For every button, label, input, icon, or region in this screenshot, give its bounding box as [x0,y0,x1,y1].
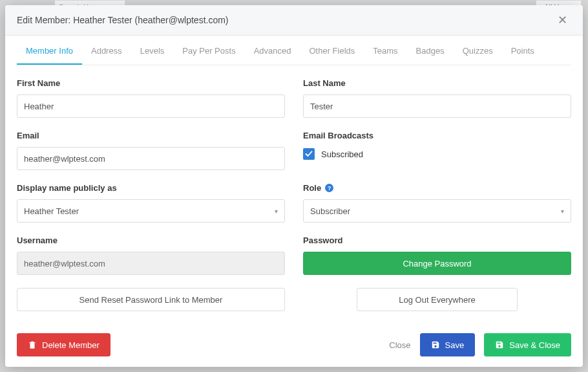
delete-member-button[interactable]: Delete Member [17,333,110,356]
send-reset-button[interactable]: Send Reset Password Link to Member [17,288,285,311]
check-icon [305,150,313,158]
role-select[interactable]: Subscriber ▾ [303,199,571,223]
first-name-label: First Name [17,78,285,88]
edit-member-modal: Edit Member: Heather Tester (heather@wlp… [5,5,583,367]
first-name-input[interactable] [17,94,285,118]
tab-bar: Member Info Address Levels Pay Per Posts… [17,36,571,65]
close-icon[interactable]: ✕ [554,13,571,27]
password-label: Password [303,235,571,245]
tab-member-info[interactable]: Member Info [17,36,82,65]
email-broadcasts-field: Email Broadcasts Subscribed [303,131,571,170]
email-field: Email [17,131,285,170]
tab-points[interactable]: Points [502,36,543,65]
tab-badges[interactable]: Badges [407,36,454,65]
tab-teams[interactable]: Teams [364,36,406,65]
tab-advanced[interactable]: Advanced [245,36,300,65]
change-password-button[interactable]: Change Password [303,252,571,275]
last-name-field: Last Name [303,78,571,118]
modal-title: Edit Member: Heather Tester (heather@wlp… [17,15,229,25]
email-label: Email [17,131,285,140]
subscribed-checkbox[interactable] [303,148,315,160]
delete-label: Delete Member [42,340,100,350]
chevron-down-icon: ▾ [275,208,278,215]
chevron-down-icon: ▾ [561,208,564,215]
log-out-field: Log Out Everywhere [303,288,571,311]
tab-levels[interactable]: Levels [131,36,174,65]
role-label: Role ? [303,183,571,193]
subscribed-label: Subscribed [321,149,363,159]
password-field: Password Change Password [303,235,571,275]
email-broadcasts-label: Email Broadcasts [303,131,571,140]
tab-other-fields[interactable]: Other Fields [300,36,364,65]
display-name-select[interactable]: Heather Tester ▾ [17,199,285,223]
save-button[interactable]: Save [420,333,476,356]
footer-right: Close Save Save & Close [389,333,571,356]
first-name-field: First Name [17,78,285,118]
username-label: Username [17,235,285,245]
tab-pay-per-posts[interactable]: Pay Per Posts [173,36,244,65]
save-icon [431,340,440,349]
role-value: Subscriber [310,206,350,216]
save-label: Save [445,340,465,350]
role-label-text: Role [303,183,321,193]
tab-address[interactable]: Address [82,36,131,65]
username-field: Username [17,235,285,275]
save-close-button[interactable]: Save & Close [484,333,571,356]
help-icon[interactable]: ? [325,184,333,192]
form-grid: First Name Last Name Email Email Broadca… [17,78,571,324]
last-name-input[interactable] [303,94,571,118]
last-name-label: Last Name [303,78,571,88]
save-icon [495,340,504,349]
tab-quizzes[interactable]: Quizzes [454,36,502,65]
log-out-everywhere-button[interactable]: Log Out Everywhere [357,288,518,311]
modal-footer: Delete Member Close Save Save & Close [5,324,583,367]
modal-header: Edit Member: Heather Tester (heather@wlp… [5,5,583,36]
email-input[interactable] [17,147,285,170]
display-name-field: Display name publicly as Heather Tester … [17,183,285,223]
subscribed-row: Subscribed [303,147,571,160]
modal-body: Member Info Address Levels Pay Per Posts… [5,36,583,324]
send-reset-field: Send Reset Password Link to Member [17,288,285,311]
username-input [17,252,285,275]
role-field: Role ? Subscriber ▾ [303,183,571,223]
close-link[interactable]: Close [389,340,410,350]
display-name-value: Heather Tester [24,206,79,216]
trash-icon [28,340,37,349]
display-name-label: Display name publicly as [17,183,285,193]
save-close-label: Save & Close [509,340,560,350]
